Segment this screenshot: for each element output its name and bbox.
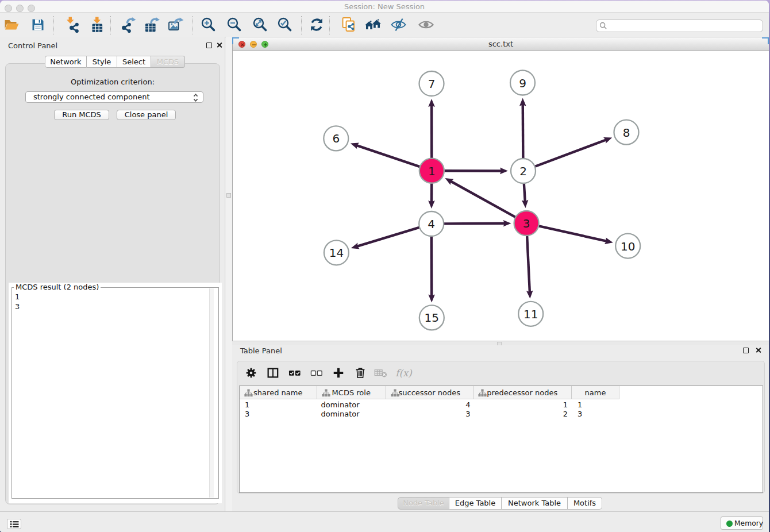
table-cell[interactable]: 3 [240, 410, 317, 419]
import-network-button[interactable] [65, 17, 81, 33]
unselect-all-button[interactable] [309, 365, 325, 381]
graph-node-label: 4 [428, 217, 435, 231]
zoom-selected-button[interactable] [276, 17, 292, 33]
table-cell[interactable]: 2 [473, 410, 572, 419]
memory-button[interactable]: Memory [721, 516, 763, 530]
result-scrollbar[interactable] [209, 288, 214, 498]
graph-node-label: 3 [523, 217, 530, 230]
table-cell[interactable]: dominator [317, 400, 387, 410]
column-header-successor-nodes[interactable]: successor nodes [386, 386, 473, 399]
delete-button[interactable] [352, 365, 368, 381]
graph-edge-1-7[interactable] [428, 99, 435, 158]
graph-node-3[interactable]: 3 [514, 211, 539, 236]
home-button[interactable] [365, 17, 381, 33]
column-header-label: predecessor nodes [473, 388, 572, 397]
graph-node-1[interactable]: 1 [419, 159, 444, 183]
graph-edge-1-2[interactable] [444, 168, 508, 175]
task-history-button[interactable] [7, 519, 21, 529]
graph-edge-3-11[interactable] [526, 236, 533, 298]
table-cell[interactable]: 1 [240, 400, 317, 410]
graph-edge-2-3[interactable] [522, 183, 529, 208]
table-row[interactable]: 1dominator411 [240, 400, 763, 410]
graph-edge-3-10[interactable] [539, 226, 613, 244]
control-panel-float-icon[interactable] [206, 43, 212, 48]
table-cell[interactable]: 3 [572, 410, 619, 419]
run-mcds-button[interactable]: Run MCDS [54, 110, 109, 120]
save-session-button[interactable] [30, 17, 46, 33]
graph-edge-4-15[interactable] [428, 236, 435, 302]
vertical-splitter-grip[interactable] [226, 193, 231, 198]
tab-node-table[interactable]: Node Table [398, 497, 449, 510]
table-cell[interactable]: 1 [473, 400, 572, 410]
tab-edge-table[interactable]: Edge Table [449, 497, 502, 510]
columns-button[interactable] [265, 365, 281, 381]
graph-node-15[interactable]: 15 [419, 305, 444, 330]
function-builder-button: f(x) [393, 365, 416, 381]
tab-motifs[interactable]: Motifs [568, 497, 602, 510]
graph-node-6[interactable]: 6 [324, 126, 348, 151]
tab-network[interactable]: Network [45, 56, 87, 68]
import-network-icon [65, 17, 81, 34]
control-panel-close-icon[interactable] [217, 42, 223, 48]
tab-mcds[interactable]: MCDS [151, 56, 185, 68]
vertical-splitter[interactable] [226, 37, 232, 511]
delete-icon [354, 367, 367, 380]
graph-edge-3-1[interactable] [445, 178, 515, 217]
tab-style[interactable]: Style [87, 56, 117, 68]
zoom-out-button[interactable] [226, 17, 242, 33]
open-session-button[interactable] [3, 17, 20, 33]
delete-table-icon [374, 367, 388, 380]
graph-edge-4-14[interactable] [351, 228, 419, 249]
table-cell[interactable]: dominator [317, 410, 387, 419]
table-cell[interactable]: 4 [386, 400, 473, 410]
export-table-button[interactable] [144, 17, 160, 33]
table-row[interactable]: 3dominator323 [240, 410, 763, 419]
import-table-button[interactable] [89, 17, 105, 33]
graph-node-label: 7 [428, 77, 436, 91]
mcds-result-list[interactable]: 13 [15, 292, 20, 311]
show-panel-button[interactable] [418, 17, 434, 33]
add-button[interactable] [330, 365, 346, 381]
close-panel-button[interactable]: Close panel [117, 110, 176, 120]
graph-edge-4-3[interactable] [444, 220, 511, 227]
clone-network-button[interactable] [341, 17, 357, 33]
export-network-button[interactable] [121, 17, 137, 33]
column-header-MCDS-role[interactable]: MCDS role [317, 386, 387, 399]
graph-edge-1-6[interactable] [351, 142, 420, 167]
graph-edge-2-8[interactable] [535, 137, 612, 167]
criterion-dropdown[interactable]: strongly connected component [25, 91, 203, 103]
table-panel-header: Table Panel [232, 345, 769, 363]
graph-node-10[interactable]: 10 [615, 234, 640, 259]
select-all-button[interactable] [287, 365, 303, 381]
export-image-button[interactable] [168, 17, 184, 33]
zoom-fit-button[interactable] [252, 17, 268, 33]
graph-node-14[interactable]: 14 [324, 240, 349, 265]
mcds-result-panel: MCDS result (2 nodes) 13 [9, 283, 222, 503]
column-header-name[interactable]: name [572, 386, 619, 399]
search-input[interactable] [596, 20, 763, 32]
table-cell[interactable]: 1 [572, 400, 619, 410]
graph-edge-2-9[interactable] [519, 98, 526, 158]
graph-node-2[interactable]: 2 [511, 159, 536, 183]
column-header-shared-name[interactable]: shared name [240, 386, 317, 399]
graph-edge-1-4[interactable] [428, 183, 435, 209]
tab-select[interactable]: Select [117, 56, 151, 68]
graph-node-11[interactable]: 11 [518, 302, 543, 326]
column-header-predecessor-nodes[interactable]: predecessor nodes [473, 386, 572, 399]
graph-node-4[interactable]: 4 [419, 211, 444, 236]
open-session-icon [3, 17, 20, 34]
hide-panel-button[interactable] [390, 17, 406, 33]
refresh-button[interactable] [309, 17, 325, 33]
graph-node-9[interactable]: 9 [510, 71, 535, 95]
table-panel-close-icon[interactable] [756, 347, 762, 353]
graph-node-8[interactable]: 8 [614, 120, 639, 145]
table-panel-float-icon[interactable] [743, 348, 749, 353]
control-panel: Control Panel NetworkStyleSelectMCDS Opt… [0, 37, 225, 511]
tab-network-table[interactable]: Network Table [502, 497, 568, 510]
network-window-titlebar[interactable]: scc.txt [233, 38, 769, 51]
graph-node-7[interactable]: 7 [419, 71, 444, 96]
zoom-in-button[interactable] [200, 17, 216, 33]
table-cell[interactable]: 3 [386, 410, 473, 419]
network-canvas[interactable]: 7 9 6 8 1 2 4 3 14 10 15 11 [233, 51, 769, 341]
gear-button[interactable] [243, 365, 259, 381]
